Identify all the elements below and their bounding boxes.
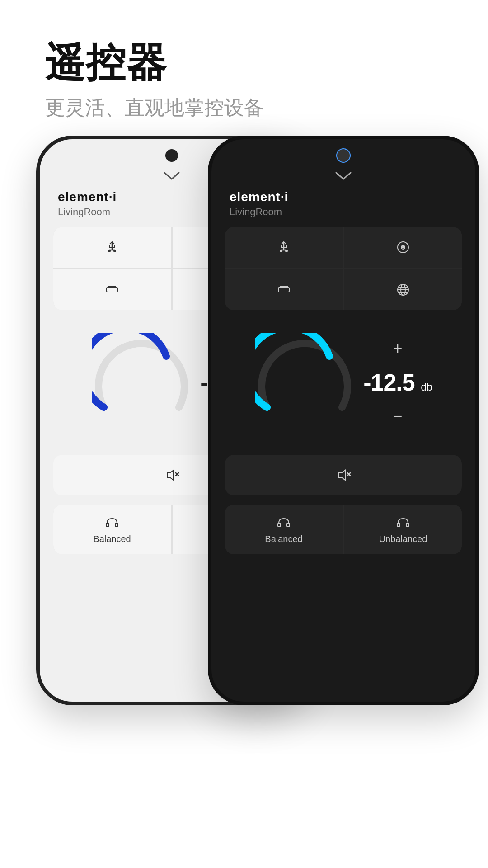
hdmi-input-dark[interactable] [225,269,343,310]
balanced-label-light: Balanced [93,534,131,544]
svg-rect-22 [397,523,400,527]
volume-dial-dark [255,333,354,432]
svg-rect-23 [406,523,409,527]
usb-input-dark[interactable] [225,227,343,268]
unbalanced-label-dark: Unbalanced [379,534,427,544]
side-button-dark-right [475,248,479,284]
svg-rect-9 [115,523,118,527]
balanced-output-dark[interactable]: Balanced [225,505,343,554]
svg-point-16 [403,247,404,248]
room-label-dark: LivingRoom [230,206,462,218]
hdmi-input-light[interactable] [53,269,171,310]
chevron-down-dark[interactable] [334,171,352,181]
volume-up-dark[interactable]: + [386,337,409,360]
phone-dark: element·i LivingRoom [208,136,479,705]
output-selector-dark: Balanced Unbalanced [225,505,462,554]
svg-point-0 [108,250,110,252]
volume-down-dark[interactable]: − [386,405,409,428]
balanced-label-dark: Balanced [265,534,302,544]
svg-rect-17 [278,288,289,292]
svg-rect-20 [278,523,281,527]
svg-rect-5 [107,288,117,292]
mute-button-dark[interactable] [225,455,462,495]
globe-input-dark[interactable] [344,269,462,310]
svg-rect-8 [106,523,109,527]
header: 遥控器 更灵活、直观地掌控设备 [45,36,264,121]
brand-area-dark: element·i LivingRoom [225,190,462,218]
chevron-down-light[interactable] [163,171,181,181]
volume-unit-dark: db [421,381,432,393]
volume-dial-light [92,333,191,432]
svg-rect-21 [287,523,290,527]
phones-area: element·i LivingRoom [0,118,488,868]
usb-input-light[interactable] [53,227,171,268]
side-button-left2 [36,266,40,293]
volume-value-dark: -12.5 db [363,369,432,396]
page-title: 遥控器 [45,36,264,90]
volume-area-dark: + -12.5 db − [225,319,462,446]
brand-name-dark: element·i [230,190,462,204]
side-button-dark-left [208,230,211,257]
input-grid-dark [225,227,462,310]
side-button-left [36,230,40,257]
svg-point-13 [286,250,287,252]
cd-input-dark[interactable] [344,227,462,268]
phone-dark-content: element·i LivingRoom [211,139,475,702]
svg-point-1 [114,250,116,252]
balanced-output-light[interactable]: Balanced [53,505,171,554]
volume-controls-dark: + -12.5 db − [363,337,432,428]
unbalanced-output-dark[interactable]: Unbalanced [344,505,462,554]
svg-point-12 [280,250,282,252]
